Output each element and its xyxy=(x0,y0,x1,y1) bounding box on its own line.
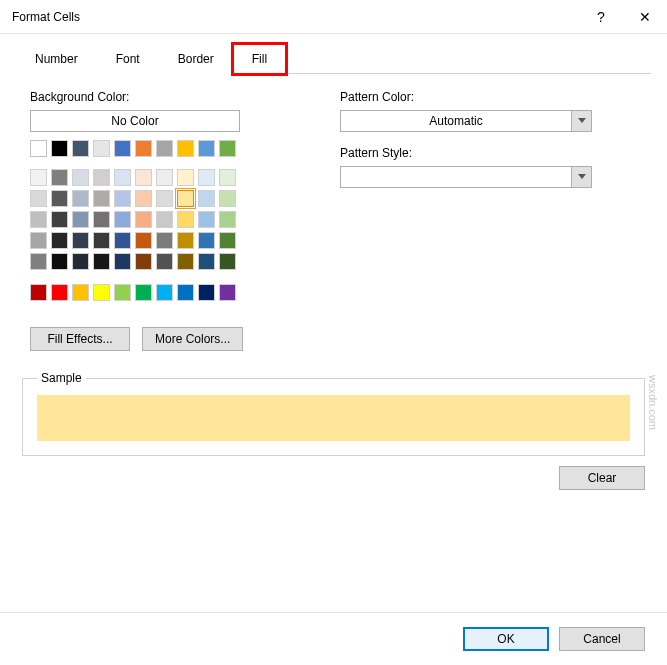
color-swatch[interactable] xyxy=(72,211,89,228)
color-swatch[interactable] xyxy=(51,284,68,301)
color-swatch[interactable] xyxy=(177,190,194,207)
color-swatch[interactable] xyxy=(198,253,215,270)
color-swatch[interactable] xyxy=(156,253,173,270)
theme-color-row xyxy=(30,253,290,270)
color-swatch[interactable] xyxy=(156,169,173,186)
chevron-down-icon xyxy=(571,167,591,187)
color-swatch[interactable] xyxy=(177,253,194,270)
color-swatch[interactable] xyxy=(135,284,152,301)
no-color-button[interactable]: No Color xyxy=(30,110,240,132)
clear-row: Clear xyxy=(22,466,645,490)
color-swatch[interactable] xyxy=(219,232,236,249)
theme-color-row xyxy=(30,190,290,207)
theme-color-row xyxy=(30,140,290,157)
close-button[interactable]: ✕ xyxy=(623,0,667,33)
color-swatch[interactable] xyxy=(219,284,236,301)
color-swatch[interactable] xyxy=(135,211,152,228)
color-swatch[interactable] xyxy=(30,253,47,270)
color-swatch[interactable] xyxy=(156,232,173,249)
color-swatch[interactable] xyxy=(177,211,194,228)
color-swatch[interactable] xyxy=(198,140,215,157)
color-swatch[interactable] xyxy=(30,284,47,301)
color-swatch[interactable] xyxy=(135,169,152,186)
color-swatch[interactable] xyxy=(93,140,110,157)
more-colors-button[interactable]: More Colors... xyxy=(142,327,243,351)
color-swatch[interactable] xyxy=(114,284,131,301)
clear-button[interactable]: Clear xyxy=(559,466,645,490)
color-swatch[interactable] xyxy=(72,232,89,249)
color-swatch[interactable] xyxy=(51,253,68,270)
color-swatch[interactable] xyxy=(219,169,236,186)
color-swatch[interactable] xyxy=(177,169,194,186)
tab-fill[interactable]: Fill xyxy=(233,44,286,74)
color-swatch[interactable] xyxy=(93,190,110,207)
color-swatch[interactable] xyxy=(51,140,68,157)
fill-effects-button[interactable]: Fill Effects... xyxy=(30,327,130,351)
color-swatch[interactable] xyxy=(114,169,131,186)
color-swatch[interactable] xyxy=(177,284,194,301)
color-swatch[interactable] xyxy=(219,140,236,157)
color-swatch[interactable] xyxy=(30,232,47,249)
color-swatch[interactable] xyxy=(72,169,89,186)
pattern-style-label: Pattern Style: xyxy=(340,146,645,160)
color-swatch[interactable] xyxy=(219,253,236,270)
sample-fieldset: Sample xyxy=(22,371,645,456)
color-swatch[interactable] xyxy=(135,140,152,157)
color-swatch[interactable] xyxy=(30,169,47,186)
color-swatch[interactable] xyxy=(198,190,215,207)
color-swatch[interactable] xyxy=(219,190,236,207)
color-swatch[interactable] xyxy=(135,232,152,249)
color-swatch[interactable] xyxy=(30,211,47,228)
color-swatch[interactable] xyxy=(114,211,131,228)
color-swatch[interactable] xyxy=(30,190,47,207)
color-swatch[interactable] xyxy=(72,190,89,207)
color-swatch[interactable] xyxy=(51,169,68,186)
color-swatch[interactable] xyxy=(93,232,110,249)
color-swatch[interactable] xyxy=(135,253,152,270)
color-swatch[interactable] xyxy=(177,140,194,157)
color-swatch[interactable] xyxy=(114,232,131,249)
color-swatch[interactable] xyxy=(198,169,215,186)
help-button[interactable]: ? xyxy=(579,0,623,33)
color-swatch[interactable] xyxy=(72,284,89,301)
titlebar: Format Cells ? ✕ xyxy=(0,0,667,34)
color-swatch[interactable] xyxy=(177,232,194,249)
tab-font[interactable]: Font xyxy=(97,44,159,74)
pattern-color-label: Pattern Color: xyxy=(340,90,645,104)
pattern-color-dropdown[interactable]: Automatic xyxy=(340,110,592,132)
color-swatch[interactable] xyxy=(72,253,89,270)
fill-button-row: Fill Effects... More Colors... xyxy=(30,327,290,351)
color-swatch[interactable] xyxy=(198,232,215,249)
color-swatch[interactable] xyxy=(114,140,131,157)
theme-color-row xyxy=(30,232,290,249)
color-swatch[interactable] xyxy=(93,169,110,186)
color-swatch[interactable] xyxy=(93,211,110,228)
color-swatch[interactable] xyxy=(135,190,152,207)
color-swatch[interactable] xyxy=(198,284,215,301)
color-swatch[interactable] xyxy=(30,140,47,157)
cancel-button[interactable]: Cancel xyxy=(559,627,645,651)
chevron-down-icon xyxy=(571,111,591,131)
tab-number[interactable]: Number xyxy=(16,44,97,74)
color-swatch[interactable] xyxy=(198,211,215,228)
color-swatch[interactable] xyxy=(51,190,68,207)
color-swatch[interactable] xyxy=(72,140,89,157)
theme-color-row xyxy=(30,169,290,186)
color-swatch[interactable] xyxy=(156,284,173,301)
pattern-style-dropdown[interactable] xyxy=(340,166,592,188)
tab-border[interactable]: Border xyxy=(159,44,233,74)
color-swatch[interactable] xyxy=(51,232,68,249)
standard-color-row xyxy=(30,284,290,301)
pattern-style-value xyxy=(341,167,571,187)
color-swatch[interactable] xyxy=(51,211,68,228)
color-swatch[interactable] xyxy=(219,211,236,228)
color-swatch[interactable] xyxy=(156,190,173,207)
color-swatch[interactable] xyxy=(114,190,131,207)
left-column: Background Color: No Color Fill Effects.… xyxy=(30,90,290,351)
color-swatch[interactable] xyxy=(156,211,173,228)
color-swatch[interactable] xyxy=(114,253,131,270)
color-swatch[interactable] xyxy=(156,140,173,157)
color-swatch[interactable] xyxy=(93,253,110,270)
ok-button[interactable]: OK xyxy=(463,627,549,651)
color-swatch[interactable] xyxy=(93,284,110,301)
